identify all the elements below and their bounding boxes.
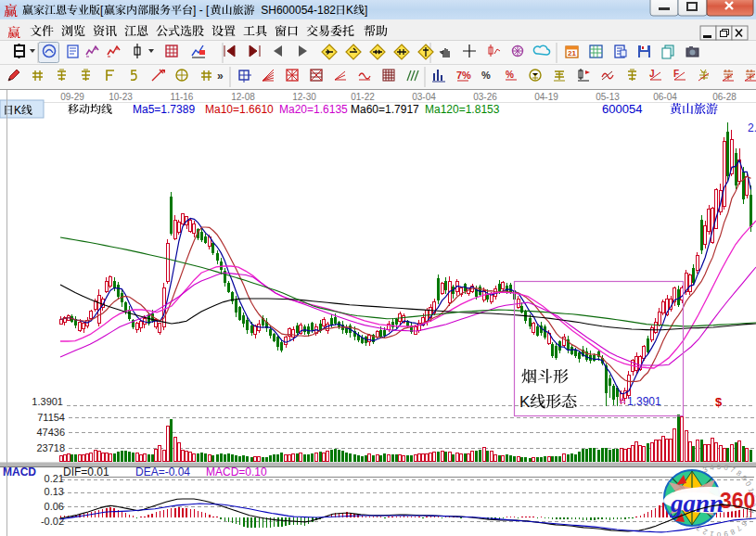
svg-text:SH600054-182: SH600054-182 bbox=[255, 4, 337, 17]
svg-text:K: K bbox=[14, 104, 21, 117]
svg-text:5: 5 bbox=[717, 463, 722, 471]
svg-text:Ma20=1.6135: Ma20=1.6135 bbox=[279, 103, 348, 116]
svg-text:%: % bbox=[481, 70, 491, 81]
svg-text:12-08: 12-08 bbox=[231, 92, 255, 102]
svg-text:MACD=0.10: MACD=0.10 bbox=[206, 466, 267, 479]
svg-text:09-29: 09-29 bbox=[60, 92, 84, 102]
svg-text:0.13: 0.13 bbox=[45, 486, 64, 497]
svg-text:21: 21 bbox=[568, 49, 576, 57]
svg-text:Ma60=1.7917: Ma60=1.7917 bbox=[351, 103, 419, 116]
svg-text:MACD: MACD bbox=[3, 466, 36, 479]
svg-text:06-04: 06-04 bbox=[653, 92, 677, 102]
svg-text:%: % bbox=[506, 70, 514, 80]
svg-text:01-22: 01-22 bbox=[351, 92, 375, 102]
svg-text:11-16: 11-16 bbox=[171, 92, 194, 102]
svg-text:DEA=-0.04: DEA=-0.04 bbox=[135, 466, 190, 479]
svg-text:03-04: 03-04 bbox=[412, 92, 436, 102]
svg-text:Ma10=1.6610: Ma10=1.6610 bbox=[205, 103, 274, 116]
svg-text:»: » bbox=[217, 70, 224, 83]
svg-text:8: 8 bbox=[728, 527, 736, 536]
svg-text:DIF=0.01: DIF=0.01 bbox=[63, 466, 109, 479]
svg-text:05-13: 05-13 bbox=[596, 92, 620, 102]
svg-text:0.21: 0.21 bbox=[45, 473, 64, 484]
svg-text:06-28: 06-28 bbox=[712, 92, 737, 102]
svg-text:K: K bbox=[346, 4, 353, 17]
svg-text:600054: 600054 bbox=[602, 102, 642, 116]
svg-text:gann: gann bbox=[670, 490, 724, 517]
svg-text:6: 6 bbox=[724, 463, 730, 472]
svg-text:Ma120=1.8153: Ma120=1.8153 bbox=[425, 103, 500, 116]
svg-text:12-30: 12-30 bbox=[292, 92, 316, 102]
svg-text:47436: 47436 bbox=[36, 427, 65, 438]
svg-text:9: 9 bbox=[723, 530, 729, 536]
svg-text:7%: 7% bbox=[456, 70, 471, 81]
svg-text:10-23: 10-23 bbox=[109, 92, 133, 102]
svg-text:$: $ bbox=[715, 395, 723, 409]
svg-text:1.3901: 1.3901 bbox=[627, 395, 661, 408]
svg-text:0.06: 0.06 bbox=[45, 501, 64, 512]
svg-text:04-19: 04-19 bbox=[534, 92, 558, 102]
svg-text:] - [: ] - [ bbox=[193, 4, 210, 17]
svg-text:2.: 2. bbox=[748, 121, 756, 134]
svg-text:K: K bbox=[519, 393, 531, 411]
svg-text:]: ] bbox=[365, 4, 367, 17]
svg-text:1: 1 bbox=[709, 530, 715, 536]
svg-text:Ma5=1.7389: Ma5=1.7389 bbox=[133, 103, 195, 116]
svg-text:-0.02: -0.02 bbox=[41, 516, 64, 527]
svg-text:03-26: 03-26 bbox=[473, 92, 497, 102]
svg-text:71154: 71154 bbox=[37, 412, 65, 423]
svg-text:0: 0 bbox=[716, 530, 721, 536]
svg-text:23718: 23718 bbox=[36, 442, 65, 453]
svg-text:1.3901: 1.3901 bbox=[32, 396, 63, 407]
svg-text:0: 0 bbox=[744, 480, 753, 489]
